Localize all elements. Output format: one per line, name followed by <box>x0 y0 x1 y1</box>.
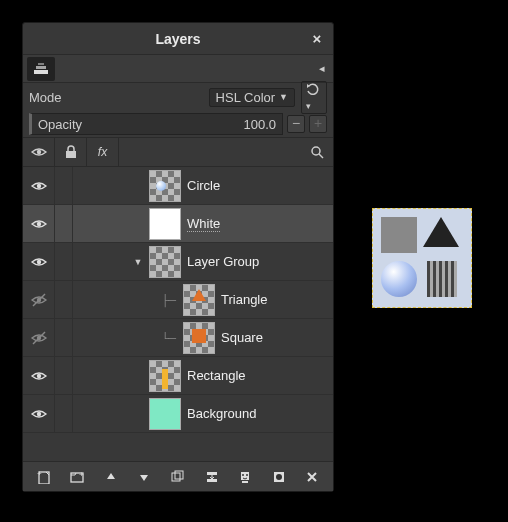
visibility-toggle[interactable] <box>23 395 55 432</box>
layer-row[interactable]: ├─Triangle <box>23 281 333 319</box>
link-toggle[interactable] <box>55 205 73 242</box>
close-icon[interactable]: × <box>309 31 325 47</box>
svg-rect-1 <box>36 66 46 69</box>
search-icon <box>310 145 324 159</box>
opacity-label: Opacity <box>38 117 82 132</box>
merge-down-button[interactable] <box>201 466 223 488</box>
tab-layers[interactable] <box>27 57 55 81</box>
opacity-plus-button[interactable]: + <box>309 115 327 133</box>
lock-icon <box>65 145 77 159</box>
svg-line-11 <box>33 294 45 306</box>
svg-rect-4 <box>66 151 76 158</box>
svg-point-5 <box>312 147 320 155</box>
panel-title: Layers <box>155 31 200 47</box>
opacity-value: 100.0 <box>243 117 276 132</box>
svg-point-14 <box>36 373 40 377</box>
add-mask-button[interactable] <box>268 466 290 488</box>
opacity-slider[interactable]: Opacity 100.0 <box>29 113 283 135</box>
svg-point-15 <box>36 411 40 415</box>
layer-name[interactable]: Square <box>221 330 263 345</box>
svg-point-7 <box>36 183 40 187</box>
link-toggle[interactable] <box>55 167 73 204</box>
eye-icon <box>31 146 47 158</box>
svg-point-8 <box>36 221 40 225</box>
lower-layer-button[interactable] <box>133 466 155 488</box>
expand-toggle[interactable]: ▼ <box>131 257 145 267</box>
opacity-minus-button[interactable]: − <box>287 115 305 133</box>
svg-rect-2 <box>38 63 44 65</box>
svg-rect-20 <box>172 473 180 481</box>
canvas-preview <box>372 208 472 308</box>
svg-rect-0 <box>34 70 48 74</box>
layer-thumbnail[interactable] <box>149 208 181 240</box>
link-toggle[interactable] <box>55 243 73 280</box>
mode-switch-button[interactable]: ▾ <box>301 81 327 114</box>
chevron-down-icon: ▾ <box>306 101 311 111</box>
layer-thumbnail[interactable] <box>149 398 181 430</box>
link-toggle[interactable] <box>55 395 73 432</box>
layer-row[interactable]: Rectangle <box>23 357 333 395</box>
mode-dropdown[interactable]: HSL Color ▼ <box>209 88 295 107</box>
link-toggle[interactable] <box>55 319 73 356</box>
layer-name[interactable]: Rectangle <box>187 368 246 383</box>
svg-point-9 <box>36 259 40 263</box>
layer-list: CircleWhite▼Layer Group├─Triangle└─Squar… <box>23 167 333 461</box>
layer-name[interactable]: Background <box>187 406 256 421</box>
visibility-toggle[interactable] <box>23 243 55 280</box>
layer-name[interactable]: Triangle <box>221 292 267 307</box>
svg-text:+: + <box>37 470 42 478</box>
dock-tabs: ◂ <box>23 55 333 83</box>
new-layer-button[interactable]: + <box>33 466 55 488</box>
svg-point-26 <box>246 474 248 476</box>
layer-actions-bar: + + <box>23 461 333 491</box>
layer-thumbnail[interactable] <box>149 360 181 392</box>
svg-text:+: + <box>79 470 84 479</box>
svg-line-6 <box>319 154 323 158</box>
chevron-down-icon: ▼ <box>279 92 288 102</box>
layer-thumbnail[interactable] <box>149 246 181 278</box>
svg-point-25 <box>242 474 244 476</box>
svg-rect-21 <box>175 471 183 479</box>
layer-thumbnail[interactable] <box>149 170 181 202</box>
link-toggle[interactable] <box>55 357 73 394</box>
swap-icon <box>306 83 322 97</box>
panel-titlebar: Layers × <box>23 23 333 55</box>
opacity-row: Opacity 100.0 − + <box>23 111 333 137</box>
visibility-toggle[interactable] <box>23 319 55 356</box>
lock-header[interactable] <box>55 137 87 167</box>
layer-row[interactable]: ▼Layer Group <box>23 243 333 281</box>
layer-thumbnail[interactable] <box>183 322 215 354</box>
layers-panel: Layers × ◂ Mode HSL Color ▼ ▾ Opacity 10… <box>22 22 334 492</box>
svg-point-28 <box>276 474 282 480</box>
layer-name[interactable]: White <box>187 216 220 232</box>
layer-row[interactable]: White <box>23 205 333 243</box>
layer-thumbnail[interactable] <box>183 284 215 316</box>
raise-layer-button[interactable] <box>100 466 122 488</box>
visibility-toggle[interactable] <box>23 281 55 318</box>
svg-line-13 <box>33 332 45 344</box>
mode-row: Mode HSL Color ▼ ▾ <box>23 83 333 111</box>
search-header[interactable] <box>301 137 333 167</box>
layer-row[interactable]: Circle <box>23 167 333 205</box>
svg-point-3 <box>36 150 40 154</box>
layer-name[interactable]: Circle <box>187 178 220 193</box>
layer-header-icons: fx <box>23 137 333 167</box>
visibility-toggle[interactable] <box>23 167 55 204</box>
anchor-layer-button[interactable] <box>234 466 256 488</box>
duplicate-layer-button[interactable] <box>167 466 189 488</box>
mode-value: HSL Color <box>216 90 275 105</box>
delete-layer-button[interactable] <box>301 466 323 488</box>
link-toggle[interactable] <box>55 281 73 318</box>
visibility-toggle[interactable] <box>23 205 55 242</box>
svg-rect-22 <box>207 472 217 475</box>
layers-icon <box>33 62 49 76</box>
layer-name[interactable]: Layer Group <box>187 254 259 269</box>
mode-label: Mode <box>29 90 62 105</box>
layer-row[interactable]: Background <box>23 395 333 433</box>
tab-menu-icon[interactable]: ◂ <box>319 62 329 75</box>
new-group-button[interactable]: + <box>66 466 88 488</box>
fx-header[interactable]: fx <box>87 137 119 167</box>
visibility-header[interactable] <box>23 137 55 167</box>
layer-row[interactable]: └─Square <box>23 319 333 357</box>
visibility-toggle[interactable] <box>23 357 55 394</box>
